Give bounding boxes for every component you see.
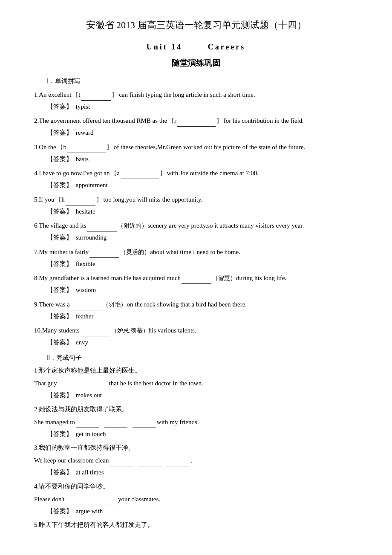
part1-heading: Ⅰ．单词拼写: [34, 76, 358, 87]
question-2: 2.The government offered ten thousand RM…: [34, 115, 358, 127]
blank-5: [66, 194, 95, 205]
answer-2: 【答案】 reward: [47, 127, 358, 139]
question-1: 1.An excellent 【t 】 can finish typing th…: [34, 89, 358, 101]
unit-topic: Careers: [208, 43, 246, 51]
main-title: 安徽省 2013 届高三英语一轮复习单元测试题（十四）: [34, 17, 358, 33]
answer-9: 【答案】 feather: [47, 311, 358, 322]
answer-5: 【答案】 hesitate: [47, 206, 358, 217]
blank-9: [72, 298, 102, 310]
answer-1: 【答案】 typist: [47, 101, 358, 113]
answer-4: 【答案】 appointment: [47, 180, 358, 191]
unit-label: Unit 14: [147, 43, 183, 51]
answer-7: 【答案】 flexible: [47, 259, 358, 270]
unit-title: Unit 14 Careers: [34, 40, 358, 54]
q2-3-cn: 3.我们的教室一直都保持得很干净。: [34, 442, 358, 454]
blank-6: [87, 220, 117, 231]
question-3: 3.On the 【b 】 of these theories,Mr.Green…: [34, 141, 358, 153]
section-title: 随堂演练巩固: [34, 56, 358, 70]
answer-6: 【答案】 surrounding: [47, 232, 358, 243]
question-5: 5.If you 【h 】 too long,you will miss the…: [34, 194, 358, 205]
answer-10: 【答案】 envy: [47, 337, 358, 348]
q2-1-cn: 1.那个家伙声称他是镇上最好的医生。: [34, 365, 358, 376]
q2-5-cn: 5.昨天下午我才把所有的客人都打发走了。: [34, 519, 358, 531]
q2-4-cn: 4.请不要和你的同学争吵。: [34, 481, 358, 492]
blank-1: [81, 89, 111, 101]
question-7: 7.My mother is fairly （灵活的）about what ti…: [34, 246, 358, 258]
question-6: 6.The village and its （附近的）scenery are v…: [34, 220, 358, 231]
blank-4: [121, 167, 159, 179]
question-10: 10.Many students （妒忌;羡慕）his various tale…: [34, 324, 358, 336]
blank-10: [81, 324, 110, 336]
q2-3-en: We keep our classroom clean .: [34, 454, 358, 466]
question-9: 9.There was a （羽毛）on the rock showing th…: [34, 298, 358, 310]
q2-2-cn: 2.她设法与我的朋友取得了联系。: [34, 404, 358, 415]
question-8: 8.My grandfather is a learned man.He has…: [34, 272, 358, 284]
answer-8: 【答案】 wisdom: [47, 285, 358, 296]
blank-2: [177, 115, 216, 127]
q2-2-en: She managed to with my friends.: [34, 416, 358, 428]
q2-1-en: That guy that he is the best doctor in t…: [34, 377, 358, 389]
q2-2-answer: 【答案】 get in touch: [47, 429, 358, 440]
blank-7: [89, 246, 119, 258]
answer-3: 【答案】 basis: [47, 154, 358, 165]
q2-4-en: Please don't your classmates.: [34, 493, 358, 505]
part2-heading: Ⅱ．完成句子: [34, 353, 358, 364]
question-4: 4.I have to go now.I've got an 【a 】 with…: [34, 167, 358, 179]
blank-8: [182, 272, 211, 284]
q2-3-answer: 【答案】 at all times: [47, 467, 358, 478]
q2-1-answer: 【答案】 makes out: [47, 390, 358, 401]
blank-3: [67, 141, 106, 153]
q2-4-answer: 【答案】 argue with: [47, 506, 358, 517]
